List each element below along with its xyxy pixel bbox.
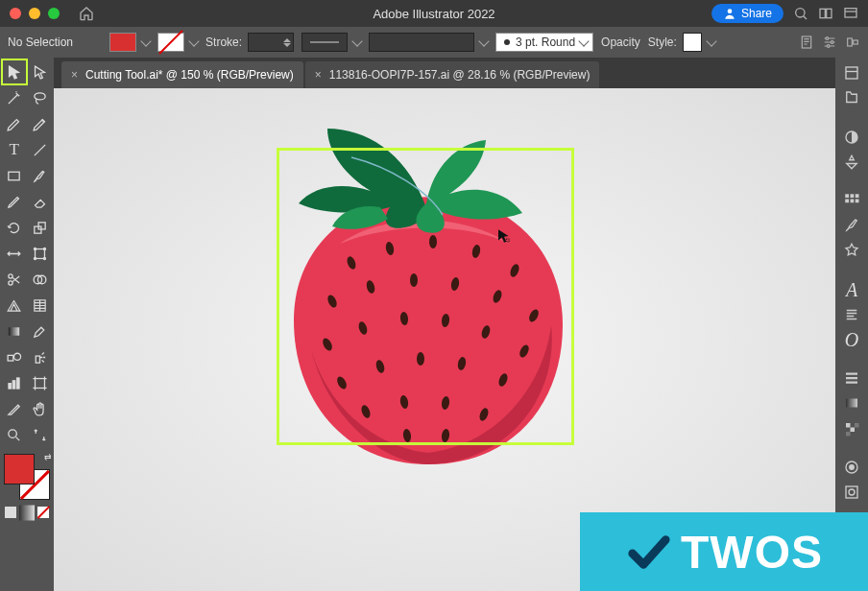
rectangle-icon <box>6 168 22 184</box>
app-title: Adobe Illustrator 2022 <box>373 7 494 21</box>
preferences-icon[interactable] <box>822 35 837 50</box>
shape-builder-tool[interactable] <box>28 267 53 292</box>
scale-icon <box>32 220 48 236</box>
free-transform-icon <box>32 246 48 262</box>
svg-rect-70 <box>851 199 855 202</box>
bounding-box[interactable] <box>277 148 574 445</box>
fill-dropdown-caret-icon[interactable] <box>140 35 151 46</box>
stroke-panel-icon[interactable] <box>839 368 864 388</box>
lasso-tool[interactable] <box>28 85 53 110</box>
caret-down-icon[interactable] <box>283 43 291 47</box>
rotate-tool[interactable] <box>2 215 27 240</box>
svg-rect-71 <box>856 199 859 202</box>
workspace-switcher-icon[interactable] <box>843 6 858 21</box>
width-tool[interactable] <box>2 241 27 266</box>
zoom-icon <box>6 427 22 443</box>
cursor-icon <box>495 227 513 248</box>
document-tab[interactable]: × Cutting Tool.ai* @ 150 % (RGB/Preview) <box>61 61 303 88</box>
arrange-docs-icon[interactable] <box>818 6 833 21</box>
direct-selection-tool[interactable] <box>28 59 53 84</box>
zoom-tool[interactable] <box>2 422 27 447</box>
share-label: Share <box>741 7 772 20</box>
mesh-icon <box>32 297 48 314</box>
graphic-styles-panel-icon[interactable] <box>839 483 864 502</box>
none-mode-button[interactable] <box>36 505 51 520</box>
selection-tool[interactable] <box>2 59 27 84</box>
svg-rect-79 <box>846 486 857 498</box>
profile-caret-icon[interactable] <box>351 35 362 46</box>
svg-rect-9 <box>848 38 853 46</box>
swap-fill-stroke-icon[interactable]: ⇄ <box>44 452 52 461</box>
gradient-panel-icon[interactable] <box>839 393 864 413</box>
align-icon[interactable] <box>845 35 860 50</box>
shaper-tool[interactable] <box>2 189 27 214</box>
color-mode-button[interactable] <box>3 505 18 520</box>
artboard-tool[interactable] <box>28 370 53 395</box>
transparency-panel-icon[interactable] <box>839 419 864 438</box>
style-caret-icon[interactable] <box>706 35 716 46</box>
caret-up-icon[interactable] <box>283 38 291 42</box>
eyedropper-tool[interactable] <box>28 319 53 343</box>
gradient-mode-button[interactable] <box>19 505 35 520</box>
blend-tool[interactable] <box>2 344 27 369</box>
perspective-grid-tool[interactable] <box>2 293 27 318</box>
svg-rect-34 <box>19 505 35 520</box>
brush-select[interactable]: 3 pt. Round <box>495 33 593 52</box>
close-tab-icon[interactable]: × <box>315 68 322 82</box>
watermark-badge: TWOS <box>580 512 868 591</box>
svg-rect-66 <box>845 194 849 198</box>
brush-definition-preview[interactable] <box>369 33 474 52</box>
free-transform-tool[interactable] <box>28 241 53 266</box>
symbol-sprayer-tool[interactable] <box>28 344 53 369</box>
fill-stroke-proxy[interactable]: ⇄ <box>4 454 50 500</box>
document-setup-icon[interactable] <box>799 35 814 50</box>
stroke-weight-input[interactable] <box>248 33 294 52</box>
brush-caret-icon[interactable] <box>478 35 489 46</box>
scissors-tool[interactable] <box>2 267 27 292</box>
brushes-panel-icon[interactable] <box>839 216 864 235</box>
hand-tool[interactable] <box>28 396 53 421</box>
opentype-panel-icon[interactable]: O <box>839 330 864 349</box>
close-window-button[interactable] <box>10 8 21 19</box>
variable-width-profile[interactable] <box>301 33 348 52</box>
libraries-panel-icon[interactable] <box>839 88 864 107</box>
slice-tool[interactable] <box>2 396 27 421</box>
eraser-tool[interactable] <box>28 189 53 214</box>
zoom-window-button[interactable] <box>48 8 60 19</box>
svg-rect-28 <box>36 356 39 363</box>
stroke-dropdown-caret-icon[interactable] <box>188 35 199 46</box>
document-tab[interactable]: × 113816-OOPI7P-157.ai @ 28.16 % (RGB/Pr… <box>305 61 600 88</box>
minimize-window-button[interactable] <box>29 8 40 19</box>
gradient-tool[interactable] <box>2 319 27 343</box>
curvature-tool[interactable] <box>28 111 53 136</box>
share-button[interactable]: Share <box>711 4 784 23</box>
color-guide-panel-icon[interactable] <box>839 153 864 172</box>
column-graph-tool[interactable] <box>2 370 27 395</box>
paintbrush-tool[interactable] <box>28 163 53 188</box>
opacity-label[interactable]: Opacity <box>601 35 640 49</box>
swatches-panel-icon[interactable] <box>839 191 864 210</box>
color-panel-icon[interactable] <box>839 127 864 146</box>
scale-tool[interactable] <box>28 215 53 240</box>
graphic-style-swatch[interactable] <box>683 33 702 52</box>
pen-tool[interactable] <box>2 111 27 136</box>
close-tab-icon[interactable]: × <box>71 68 78 82</box>
magic-wand-tool[interactable] <box>2 85 27 110</box>
stroke-swatch[interactable] <box>157 33 184 52</box>
rectangle-tool[interactable] <box>2 163 27 188</box>
paragraph-panel-icon[interactable] <box>839 305 864 324</box>
fill-swatch[interactable] <box>109 33 136 52</box>
character-panel-icon[interactable]: A <box>839 279 864 298</box>
type-tool[interactable]: T <box>2 137 27 162</box>
toggle-fill-stroke[interactable] <box>28 422 53 447</box>
properties-panel-icon[interactable] <box>839 63 864 83</box>
svg-point-33 <box>9 429 16 437</box>
fill-proxy[interactable] <box>4 454 35 485</box>
home-icon[interactable] <box>79 6 94 21</box>
search-icon[interactable] <box>793 6 808 21</box>
mesh-tool[interactable] <box>28 293 53 318</box>
symbols-panel-icon[interactable] <box>839 241 864 260</box>
line-segment-tool[interactable] <box>28 137 53 162</box>
svg-rect-15 <box>35 248 44 258</box>
appearance-panel-icon[interactable] <box>839 458 864 477</box>
